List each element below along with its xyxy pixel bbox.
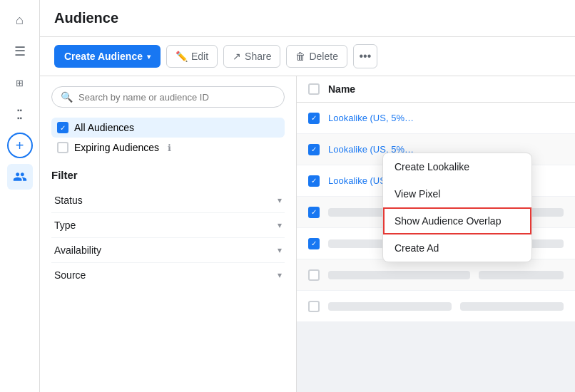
all-audiences-option[interactable]: ✓ All Audiences xyxy=(51,118,285,138)
source-chevron-icon: ▾ xyxy=(278,270,282,280)
create-lookalike-item[interactable]: Create Lookalike xyxy=(383,153,531,180)
left-panel: 🔍 ✓ All Audiences Expiring Audiences ℹ F… xyxy=(40,76,297,392)
status-label: Status xyxy=(54,195,83,206)
all-audiences-label: All Audiences xyxy=(74,122,134,133)
search-box[interactable]: 🔍 xyxy=(51,86,285,108)
square-icon[interactable]: ▪▪▪▪ xyxy=(7,101,33,127)
search-input[interactable] xyxy=(78,92,275,103)
blurred-content xyxy=(328,271,470,279)
home-icon[interactable]: ⌂ xyxy=(7,7,33,33)
row-checkbox-3[interactable]: ✓ xyxy=(308,175,320,187)
availability-chevron-icon: ▾ xyxy=(278,245,282,255)
row-checkbox-2[interactable]: ✓ xyxy=(308,144,320,155)
type-filter[interactable]: Type ▾ xyxy=(51,213,285,238)
search-icon: 🔍 xyxy=(61,91,73,103)
grid-icon[interactable]: ⊞ xyxy=(7,70,33,96)
edit-icon: ✏️ xyxy=(175,51,188,62)
status-chevron-icon: ▾ xyxy=(278,195,282,205)
row-checkbox-6[interactable] xyxy=(308,269,320,281)
blurred-content xyxy=(328,302,452,311)
context-dropdown-menu: Create Lookalike View Pixel Show Audienc… xyxy=(382,153,532,262)
content-area: 🔍 ✓ All Audiences Expiring Audiences ℹ F… xyxy=(40,76,575,392)
table-row xyxy=(297,259,575,291)
people-icon[interactable] xyxy=(7,164,33,190)
chevron-down-icon: ▾ xyxy=(147,53,151,61)
availability-label: Availability xyxy=(54,244,101,256)
availability-filter[interactable]: Availability ▾ xyxy=(51,238,285,263)
source-label: Source xyxy=(54,269,86,281)
right-panel: Name ✓ Lookalike (US, 5%… ✓ Lookalike (U… xyxy=(297,76,575,392)
type-label: Type xyxy=(54,220,76,231)
toolbar: Create Audience ▾ ✏️ Edit ↗ Share 🗑 Dele… xyxy=(40,37,575,76)
delete-button[interactable]: 🗑 Delete xyxy=(286,45,347,68)
row-checkbox-7[interactable] xyxy=(308,301,320,312)
expiring-audiences-option[interactable]: Expiring Audiences ℹ xyxy=(51,138,285,158)
trash-icon: 🗑 xyxy=(295,51,305,62)
filter-section: Filter Status ▾ Type ▾ Availability ▾ So… xyxy=(51,169,285,287)
add-circle-icon[interactable]: + xyxy=(7,133,33,158)
share-button[interactable]: ↗ Share xyxy=(223,45,280,68)
source-filter[interactable]: Source ▾ xyxy=(51,263,285,287)
page-title: Audience xyxy=(54,10,561,26)
view-pixel-item[interactable]: View Pixel xyxy=(383,180,531,207)
filter-options: ✓ All Audiences Expiring Audiences ℹ xyxy=(51,118,285,158)
type-chevron-icon: ▾ xyxy=(278,220,282,230)
table-row xyxy=(297,291,575,322)
show-audience-overlap-item[interactable]: Show Audience Overlap xyxy=(383,207,531,234)
row-checkbox-5[interactable]: ✓ xyxy=(308,238,320,249)
filter-title: Filter xyxy=(51,169,285,181)
create-audience-button[interactable]: Create Audience ▾ xyxy=(54,45,161,68)
row-checkbox-4[interactable]: ✓ xyxy=(308,207,320,218)
audience-link-1[interactable]: Lookalike (US, 5%… xyxy=(328,113,414,123)
expiring-audiences-checkbox[interactable] xyxy=(57,142,68,153)
create-ad-item[interactable]: Create Ad xyxy=(383,234,531,262)
row-checkbox-1[interactable]: ✓ xyxy=(308,113,320,124)
blurred-content xyxy=(460,302,564,311)
info-icon: ℹ xyxy=(168,143,171,153)
main-content: Audience Create Audience ▾ ✏️ Edit ↗ Sha… xyxy=(40,0,575,392)
edit-button[interactable]: ✏️ Edit xyxy=(166,45,218,68)
table-container: ✓ Lookalike (US, 5%… ✓ Lookalike (US, 5%… xyxy=(297,103,575,322)
select-all-checkbox[interactable] xyxy=(308,83,320,95)
status-filter[interactable]: Status ▾ xyxy=(51,188,285,213)
sidebar: ⌂ ☰ ⊞ ▪▪▪▪ + xyxy=(0,0,40,392)
more-button[interactable]: ••• xyxy=(353,44,377,68)
menu-icon[interactable]: ☰ xyxy=(7,38,33,64)
table-row: ✓ Lookalike (US, 5%… xyxy=(297,103,575,134)
share-icon: ↗ xyxy=(233,51,241,62)
name-column-header: Name xyxy=(328,83,355,95)
all-audiences-checkbox[interactable]: ✓ xyxy=(57,122,68,133)
blurred-content xyxy=(479,271,564,279)
table-header: Name xyxy=(297,76,575,103)
expiring-audiences-label: Expiring Audiences xyxy=(74,142,159,153)
page-header: Audience xyxy=(40,0,575,37)
